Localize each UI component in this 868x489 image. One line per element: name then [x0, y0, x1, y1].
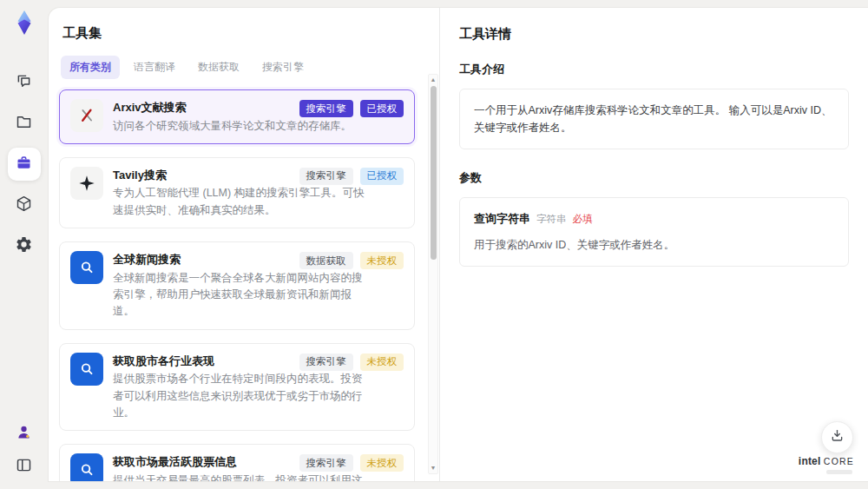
page-title: 工具集 — [62, 25, 415, 42]
tool-card[interactable]: 全球新闻搜索全球新闻搜索是一个聚合全球各大新闻网站内容的搜索引擎，帮助用户快速获… — [59, 241, 415, 330]
tool-list-panel: 工具集 所有类别语言翻译数据获取搜索引擎 Arxiv文献搜索访问各个研究领域大量… — [49, 8, 439, 481]
tool-card[interactable]: Tavily搜索专为人工智能代理 (LLM) 构建的搜索引擎工具。可快速提供实时… — [59, 157, 415, 228]
auth-status-badge: 已授权 — [360, 100, 404, 117]
gear-icon — [15, 235, 33, 257]
folder-icon — [15, 113, 33, 135]
sidebar-item-tools[interactable] — [8, 148, 41, 181]
scroll-up-arrow[interactable]: ▲ — [429, 76, 437, 84]
param-description: 用于搜索的Arxiv ID、关键字或作者姓名。 — [474, 236, 834, 254]
auth-status-badge: 未授权 — [360, 454, 404, 472]
scroll-down-arrow[interactable]: ▼ — [429, 464, 437, 472]
sidebar-item-plugins[interactable] — [8, 188, 41, 221]
tool-tags: 数据获取未授权 — [299, 252, 404, 269]
auth-status-badge: 未授权 — [360, 354, 404, 371]
sidebar-nav — [8, 66, 41, 262]
tab-category-3[interactable]: 搜索引擎 — [253, 56, 312, 79]
tool-tags: 搜索引擎已授权 — [299, 168, 404, 185]
param-list: 查询字符串字符串必填用于搜索的Arxiv ID、关键字或作者姓名。 — [474, 210, 834, 254]
download-icon — [829, 427, 845, 447]
category-badge: 搜索引擎 — [299, 100, 353, 117]
tool-description: 提供股票市场各个行业在特定时间段内的表现。投资者可以利用这些信息来识别表现优于或… — [113, 371, 372, 421]
category-badge: 数据获取 — [299, 252, 353, 269]
tool-card[interactable]: 获取股市各行业表现提供股票市场各个行业在特定时间段内的表现。投资者可以利用这些信… — [59, 343, 415, 432]
param-name: 查询字符串 — [474, 212, 530, 225]
param-required-badge: 必填 — [573, 214, 593, 224]
intro-text: 一个用于从Arxiv存储库搜索科学论文和文章的工具。 输入可以是Arxiv ID… — [474, 104, 832, 134]
params-heading: 参数 — [459, 170, 849, 186]
sidebar-bottom — [10, 420, 38, 489]
auth-status-badge: 未授权 — [360, 252, 404, 269]
tool-detail-panel: 工具详情 工具介绍 一个用于从Arxiv存储库搜索科学论文和文章的工具。 输入可… — [439, 8, 868, 481]
tool-description: 全球新闻搜索是一个聚合全球各大新闻网站内容的搜索引擎，帮助用户快速获取全球最新资… — [113, 270, 372, 320]
category-tabs: 所有类别语言翻译数据获取搜索引擎 — [61, 56, 415, 79]
blue-search-icon — [70, 353, 103, 386]
panel-toggle-icon — [15, 456, 33, 478]
brand-intel: intel — [799, 455, 821, 467]
category-badge: 搜索引擎 — [299, 354, 353, 371]
tool-description: 专为人工智能代理 (LLM) 构建的搜索引擎工具。可快速提供实时、准确和真实的结… — [113, 185, 372, 219]
tool-list: Arxiv文献搜索访问各个研究领域大量科学论文和文章的存储库。搜索引擎已授权Ta… — [59, 89, 415, 482]
intro-card: 一个用于从Arxiv存储库搜索科学论文和文章的工具。 输入可以是Arxiv ID… — [459, 89, 849, 149]
intro-heading: 工具介绍 — [459, 62, 849, 77]
tool-card[interactable]: Arxiv文献搜索访问各个研究领域大量科学论文和文章的存储库。搜索引擎已授权 — [59, 89, 415, 144]
category-badge: 搜索引擎 — [299, 454, 353, 472]
tool-card[interactable]: 获取市场最活跃股票信息提供当天交易量最高的股票列表，投资者可以利用这些信息来识别… — [59, 444, 415, 482]
tool-tags: 搜索引擎未授权 — [299, 354, 404, 371]
sidebar-item-files[interactable] — [8, 107, 41, 140]
download-button[interactable] — [821, 421, 853, 453]
app-sidebar — [0, 0, 48, 489]
sidebar-item-chat[interactable] — [8, 66, 41, 99]
scrollbar-thumb[interactable] — [431, 86, 437, 260]
tab-all-categories[interactable]: 所有类别 — [61, 56, 120, 79]
arxiv-icon — [70, 99, 103, 132]
cube-icon — [15, 195, 33, 216]
param-type: 字符串 — [536, 214, 567, 224]
brand-core: CORE — [824, 456, 854, 466]
tool-tags: 搜索引擎已授权 — [299, 100, 404, 117]
brand-subtext-placeholder — [826, 470, 852, 474]
tab-category-1[interactable]: 语言翻译 — [125, 56, 184, 79]
detail-title: 工具详情 — [459, 26, 849, 43]
params-card: 查询字符串字符串必填用于搜索的Arxiv ID、关键字或作者姓名。 — [459, 197, 849, 267]
collapse-sidebar-button[interactable] — [10, 453, 38, 480]
app-logo-icon — [10, 9, 38, 36]
intel-core-logo: intel CORE — [799, 455, 854, 474]
tool-tags: 搜索引擎未授权 — [299, 454, 404, 472]
tab-category-2[interactable]: 数据获取 — [189, 56, 248, 79]
list-scrollbar[interactable]: ▲ ▼ — [428, 74, 438, 474]
chat-icon — [15, 72, 33, 94]
tavily-icon — [70, 167, 103, 200]
user-avatar-button[interactable] — [10, 420, 38, 447]
briefcase-icon — [15, 154, 33, 175]
main-surface: 工具集 所有类别语言翻译数据获取搜索引擎 Arxiv文献搜索访问各个研究领域大量… — [48, 7, 868, 482]
category-badge: 搜索引擎 — [299, 168, 353, 185]
blue-search-icon — [70, 453, 103, 482]
param-row: 查询字符串字符串必填用于搜索的Arxiv ID、关键字或作者姓名。 — [474, 210, 834, 254]
sidebar-item-settings[interactable] — [8, 229, 41, 262]
user-icon — [15, 423, 33, 445]
tool-description: 提供当天交易量最高的股票列表，投资者可以利用这些信息来识别流动性强的股票和潜在的… — [113, 472, 372, 482]
auth-status-badge: 已授权 — [360, 168, 404, 185]
blue-search-icon — [70, 251, 103, 284]
tool-description: 访问各个研究领域大量科学论文和文章的存储库。 — [113, 118, 372, 135]
